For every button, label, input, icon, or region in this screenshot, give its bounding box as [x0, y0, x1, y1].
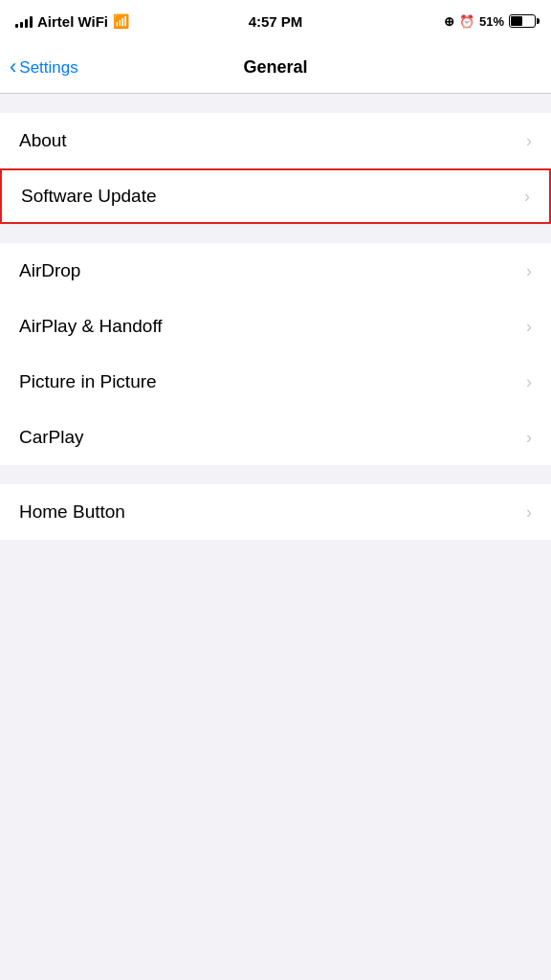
airdrop-label: AirDrop: [19, 260, 80, 281]
section-group-3: Home Button ›: [0, 484, 551, 540]
software-update-label: Software Update: [21, 186, 157, 207]
list-item-about[interactable]: About ›: [0, 113, 551, 168]
list-item-picture-in-picture[interactable]: Picture in Picture ›: [0, 354, 551, 410]
section-group-1: About › Software Update ›: [0, 113, 551, 224]
nav-bar: ‹ Settings General: [0, 42, 551, 94]
chevron-right-icon: ›: [526, 372, 532, 392]
battery-percent-label: 51%: [479, 14, 504, 29]
group-separator-1: [0, 224, 551, 243]
chevron-right-icon: ›: [526, 131, 532, 151]
alarm-icon: ⏰: [459, 14, 474, 29]
chevron-right-icon: ›: [526, 317, 532, 337]
list-item-software-update[interactable]: Software Update ›: [0, 168, 551, 224]
world-clock-icon: ⊕: [444, 14, 454, 29]
about-label: About: [19, 130, 67, 151]
status-right: ⊕ ⏰ 51%: [444, 14, 536, 29]
list-item-home-button[interactable]: Home Button ›: [0, 484, 551, 540]
list-item-airdrop[interactable]: AirDrop ›: [0, 243, 551, 299]
page-title: General: [243, 57, 307, 78]
wifi-icon: 📶: [113, 13, 129, 29]
chevron-right-icon: ›: [524, 187, 530, 207]
airplay-handoff-label: AirPlay & Handoff: [19, 316, 163, 337]
back-button[interactable]: ‹ Settings: [10, 57, 78, 78]
group-separator-2: [0, 465, 551, 484]
carrier-label: Airtel WiFi: [37, 13, 108, 30]
picture-in-picture-label: Picture in Picture: [19, 371, 157, 392]
signal-icon: [15, 14, 33, 28]
chevron-right-icon: ›: [526, 502, 532, 523]
battery-icon: [509, 14, 536, 28]
chevron-right-icon: ›: [526, 261, 532, 281]
chevron-right-icon: ›: [526, 428, 532, 448]
status-time: 4:57 PM: [249, 13, 303, 30]
list-item-carplay[interactable]: CarPlay ›: [0, 410, 551, 465]
status-left: Airtel WiFi 📶: [15, 13, 129, 30]
home-button-label: Home Button: [19, 501, 125, 523]
list-item-airplay-handoff[interactable]: AirPlay & Handoff ›: [0, 299, 551, 354]
carplay-label: CarPlay: [19, 427, 84, 448]
back-label[interactable]: Settings: [19, 58, 77, 78]
section-group-2: AirDrop › AirPlay & Handoff › Picture in…: [0, 243, 551, 465]
status-bar: Airtel WiFi 📶 4:57 PM ⊕ ⏰ 51%: [0, 0, 551, 42]
back-chevron-icon: ‹: [10, 56, 16, 78]
